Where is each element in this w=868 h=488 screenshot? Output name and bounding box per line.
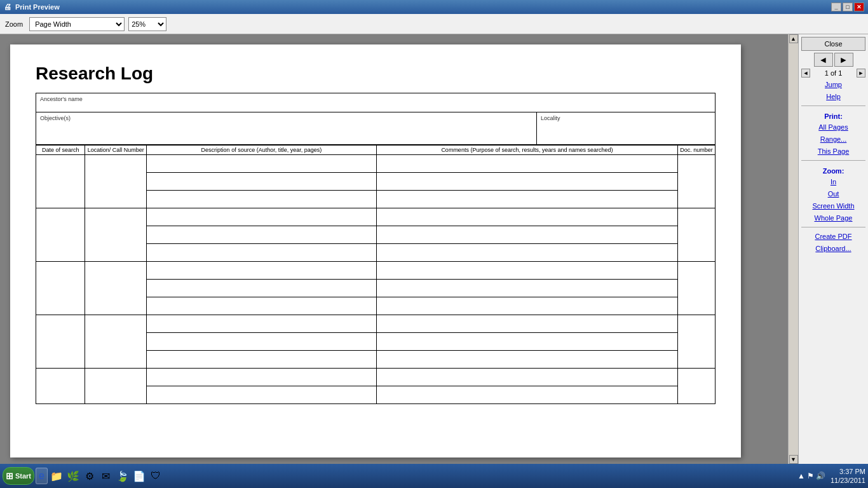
zoom-out-button[interactable]: Out	[801, 189, 865, 199]
taskbar-shield-icon[interactable]: 🛡	[148, 468, 163, 484]
cell-desc-2c	[147, 244, 376, 262]
cell-comments-1c	[376, 191, 678, 208]
clock-date: 11/23/2011	[831, 476, 865, 485]
cell-desc-1c	[147, 191, 376, 208]
help-button[interactable]: Help	[801, 92, 865, 102]
cell-comments-1a	[376, 155, 678, 173]
cell-desc-3b	[147, 280, 376, 297]
taskbar-pdf-icon[interactable]: 📄	[132, 468, 147, 484]
clipboard-button[interactable]: Clipboard...	[801, 243, 865, 254]
info-section: Ancestor's name Objective(s) Locality	[36, 93, 715, 145]
zoom-label: Zoom	[5, 20, 23, 28]
cell-doc-5	[678, 369, 715, 404]
table-row	[36, 369, 715, 386]
cell-comments-3b	[376, 280, 678, 297]
scroll-down-button[interactable]: ▼	[789, 455, 798, 464]
toolbar: Zoom Page Width 25%	[0, 14, 868, 34]
cell-desc-4a	[147, 315, 376, 333]
cell-comments-3a	[376, 262, 678, 280]
locality-label: Locality	[541, 115, 711, 121]
cell-date-1	[36, 155, 85, 208]
cell-comments-5a	[376, 369, 678, 386]
minimize-button[interactable]: _	[831, 3, 841, 11]
taskbar: ⊞ Start e 📁 🌿 ⚙ ✉ 🍃 📄 🛡 ▲ ⚑ 🔊 3:37 PM 11…	[0, 464, 868, 488]
separator-2	[801, 160, 865, 161]
research-log-table: Date of search Location/ Call Number Des…	[36, 145, 715, 404]
zoom-percent-select[interactable]: 25%	[128, 17, 166, 31]
header-comments: Comments (Purpose of search, results, ye…	[376, 146, 678, 155]
cell-desc-1a	[147, 155, 376, 173]
taskbar-sys-icons: ▲ ⚑ 🔊	[795, 471, 828, 480]
cell-doc-2	[678, 208, 715, 262]
cell-comments-4a	[376, 315, 678, 333]
cell-comments-2a	[376, 208, 678, 226]
cell-desc-2b	[147, 226, 376, 244]
cell-comments-1b	[376, 173, 678, 191]
taskbar-leaf-icon[interactable]: 🍃	[115, 468, 130, 484]
cell-comments-2c	[376, 244, 678, 262]
cell-date-2	[36, 208, 85, 262]
cell-doc-3	[678, 262, 715, 315]
sys-arrow-icon: ▲	[797, 471, 805, 480]
taskbar-settings-icon[interactable]: ⚙	[82, 468, 97, 484]
objectives-label: Objective(s)	[40, 115, 532, 121]
table-row	[36, 208, 715, 226]
cell-desc-2a	[147, 208, 376, 226]
zoom-mode-select[interactable]: Page Width	[29, 17, 125, 31]
back-arrow-button[interactable]: ◄	[814, 53, 833, 67]
forward-arrow-button[interactable]: ►	[834, 53, 853, 67]
preview-area[interactable]: Research Log Ancestor's name Objective(s…	[0, 34, 788, 464]
table-row	[36, 155, 715, 173]
document-page: Research Log Ancestor's name Objective(s…	[10, 44, 741, 458]
cell-comments-2b	[376, 226, 678, 244]
close-button[interactable]: Close	[801, 37, 865, 51]
taskbar-mail-icon[interactable]: ✉	[98, 468, 114, 484]
taskbar-folder-icon[interactable]: 📁	[49, 468, 64, 484]
zoom-in-button[interactable]: In	[801, 177, 865, 187]
print-section-label: Print:	[801, 112, 865, 120]
table-row	[36, 315, 715, 333]
whole-page-button[interactable]: Whole Page	[801, 213, 865, 223]
cell-doc-4	[678, 315, 715, 369]
page-left-button[interactable]: ◄	[801, 69, 810, 78]
jump-button[interactable]: Jump	[801, 79, 865, 90]
sys-speaker-icon: 🔊	[816, 471, 825, 480]
page-scroll-row: ◄ 1 of 1 ►	[801, 69, 865, 78]
right-panel: Close ◄ ► ◄ 1 of 1 ► Jump Help Print: Al…	[798, 34, 868, 464]
scroll-up-button[interactable]: ▲	[789, 34, 798, 43]
this-page-button[interactable]: This Page	[801, 146, 865, 156]
cell-date-4	[36, 315, 85, 369]
all-pages-button[interactable]: All Pages	[801, 122, 865, 132]
create-pdf-button[interactable]: Create PDF	[801, 231, 865, 241]
window-close-button[interactable]: ✕	[854, 3, 864, 11]
clock-time: 3:37 PM	[831, 467, 865, 476]
maximize-button[interactable]: □	[843, 3, 853, 11]
title-bar-controls: _ □ ✕	[831, 3, 864, 11]
system-clock: 3:37 PM 11/23/2011	[831, 467, 865, 485]
cell-desc-4b	[147, 333, 376, 351]
taskbar-tree-icon[interactable]: 🌿	[65, 468, 81, 484]
window-title: Print Preview	[15, 3, 60, 11]
cell-loc-4	[85, 315, 147, 369]
cell-comments-5b	[376, 386, 678, 404]
range-button[interactable]: Range...	[801, 134, 865, 144]
taskbar-ie-item[interactable]: e	[36, 468, 48, 484]
cell-comments-4b	[376, 333, 678, 351]
objectives-cell: Objective(s)	[36, 112, 537, 144]
page-info: 1 of 1	[825, 69, 843, 77]
vertical-scrollbar[interactable]: ▲ ▼	[788, 34, 798, 464]
page-right-button[interactable]: ►	[857, 69, 865, 78]
cell-loc-2	[85, 208, 147, 262]
cell-desc-5a	[147, 369, 376, 386]
cell-desc-5b	[147, 386, 376, 404]
header-doc-number: Doc. number	[678, 146, 715, 155]
separator-3	[801, 227, 865, 227]
document-title: Research Log	[36, 64, 715, 84]
ancestor-row: Ancestor's name	[36, 93, 715, 112]
start-button[interactable]: ⊞ Start	[3, 467, 34, 485]
screen-width-button[interactable]: Screen Width	[801, 201, 865, 211]
cell-loc-3	[85, 262, 147, 315]
cell-doc-1	[678, 155, 715, 208]
cell-desc-1b	[147, 173, 376, 191]
nav-arrows: ◄ ►	[801, 53, 865, 67]
